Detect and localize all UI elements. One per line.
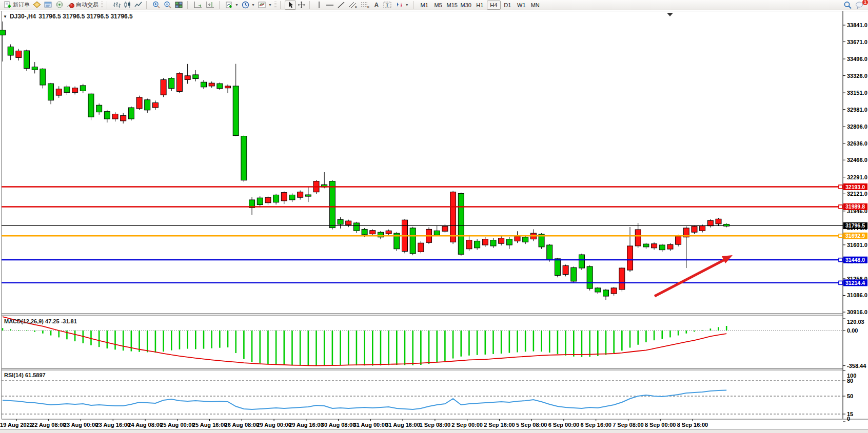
- macd-tick-label: 120.03: [847, 319, 864, 325]
- charts-button[interactable]: [31, 1, 43, 10]
- cursor-tool-button[interactable]: [285, 1, 296, 10]
- line-chart-button[interactable]: [133, 1, 144, 10]
- candle: [442, 226, 448, 232]
- text-tool-button[interactable]: A: [371, 1, 382, 10]
- cursor-icon: [287, 1, 294, 9]
- candle: [458, 194, 464, 255]
- time-label: 24 Aug 08:00: [128, 422, 162, 428]
- candle: [104, 112, 110, 119]
- collapse-triangle-icon[interactable]: ▼: [3, 14, 7, 19]
- time-label: 31 Aug 00:00: [353, 422, 388, 428]
- candle: [121, 115, 126, 121]
- text-label-icon: T: [383, 1, 392, 9]
- trend-arrow-line: [655, 260, 724, 296]
- periods-button[interactable]: ▼: [240, 1, 257, 10]
- templates-button[interactable]: ▼: [257, 1, 273, 10]
- main-toolbar: 新订单 自动交易 ▼ ▼ ▼ E F A T ▼ M1M5M15M30H1H4D…: [0, 0, 868, 10]
- candle: [643, 244, 649, 247]
- candle: [201, 82, 207, 87]
- signals-button[interactable]: [54, 1, 65, 10]
- chart-shift-icon: [206, 1, 215, 9]
- level-marker: [839, 258, 842, 262]
- crosshair-tool-button[interactable]: [296, 1, 307, 10]
- chart-plot[interactable]: 33841.033671.033496.033326.033151.032981…: [0, 11, 868, 433]
- chevron-down-icon: ▼: [251, 3, 255, 7]
- time-label: 26 Aug 08:00: [225, 422, 259, 428]
- periods-clock-icon: [242, 1, 249, 9]
- arrows-tool-button[interactable]: ▼: [393, 1, 410, 10]
- auto-trading-button[interactable]: 自动交易: [65, 1, 100, 10]
- zoom-out-button[interactable]: [162, 1, 173, 10]
- price-tick-label: 33496.0: [847, 56, 867, 62]
- time-label: 31 Aug 16:00: [385, 422, 420, 428]
- candle: [595, 288, 601, 292]
- comments-button[interactable]: 1: [854, 1, 866, 10]
- time-label: 1 Sep 08:00: [420, 422, 451, 428]
- price-tag-label: 31214.4: [845, 280, 865, 286]
- candle: [627, 246, 633, 270]
- timeframe-button-m5[interactable]: M5: [431, 1, 445, 10]
- candle: [112, 114, 118, 119]
- timeframe-button-m30[interactable]: M30: [459, 1, 473, 10]
- equidistant-channel-tool-button[interactable]: E: [347, 1, 359, 10]
- timeframe-button-mn[interactable]: MN: [528, 1, 542, 10]
- timeframe-button-m15[interactable]: M15: [445, 1, 459, 10]
- timeframe-button-w1[interactable]: W1: [515, 1, 528, 10]
- auto-scroll-button[interactable]: [192, 1, 204, 10]
- candlestick-chart-icon: [124, 1, 131, 9]
- candle: [346, 221, 351, 225]
- toolbar-grip: [274, 2, 277, 9]
- timeframe-button-h4[interactable]: H4: [487, 1, 501, 10]
- candle: [128, 108, 134, 119]
- svg-text:F: F: [367, 6, 369, 9]
- market-watch-button[interactable]: [43, 1, 54, 10]
- candle: [482, 239, 488, 245]
- candle: [466, 240, 472, 249]
- time-label: 25 Aug 16:00: [192, 422, 227, 428]
- chart-shift-button[interactable]: [204, 1, 216, 10]
- fibonacci-tool-button[interactable]: F: [359, 1, 371, 10]
- new-chart-button[interactable]: ▼: [224, 1, 240, 10]
- new-order-label: 新订单: [13, 1, 30, 9]
- price-tick-label: 32121.0: [847, 191, 867, 197]
- toolbar-grip: [101, 2, 103, 9]
- time-label: 8 Sep 16:00: [677, 422, 708, 428]
- candle: [579, 255, 584, 268]
- candle: [298, 192, 303, 198]
- chart-window[interactable]: 33841.033671.033496.033326.033151.032981…: [0, 11, 868, 433]
- timeframe-button-m1[interactable]: M1: [418, 1, 431, 10]
- candle: [80, 86, 86, 91]
- timeframe-button-h1[interactable]: H1: [473, 1, 487, 10]
- timeframe-button-d1[interactable]: D1: [501, 1, 515, 10]
- time-label: 6 Sep 00:00: [548, 422, 580, 428]
- trendline-tool-button[interactable]: [336, 1, 347, 10]
- new-order-button[interactable]: 新订单: [2, 1, 31, 10]
- bar-chart-button[interactable]: [111, 1, 122, 10]
- price-tick-label: 33151.0: [847, 90, 867, 96]
- market-watch-icon: [44, 1, 52, 9]
- candle: [16, 51, 22, 57]
- candle: [635, 230, 641, 246]
- time-label: 22 Aug 08:00: [31, 422, 66, 428]
- price-tag-label: 31796.5: [845, 222, 865, 229]
- candle: [434, 231, 440, 235]
- chevron-down-icon: ▼: [235, 3, 239, 7]
- vertical-line-tool-button[interactable]: [314, 1, 324, 10]
- candlestick-chart-button[interactable]: [122, 1, 133, 10]
- signals-icon: [55, 1, 64, 9]
- candle: [659, 245, 665, 250]
- candle: [273, 195, 279, 202]
- text-label-tool-button[interactable]: T: [382, 1, 393, 10]
- candle: [700, 226, 705, 231]
- zoom-in-button[interactable]: [151, 1, 162, 10]
- notification-badge: 1: [862, 0, 868, 5]
- price-tick-label: 32466.0: [847, 157, 867, 163]
- price-tick-label: 33326.0: [847, 73, 867, 79]
- equidistant-channel-icon: E: [348, 1, 358, 9]
- candle: [490, 240, 496, 245]
- search-button[interactable]: [842, 1, 854, 10]
- horizontal-line-tool-button[interactable]: [324, 1, 336, 10]
- tile-windows-button[interactable]: [173, 1, 185, 10]
- candle: [410, 228, 416, 254]
- price-tick-label: 32806.0: [847, 123, 867, 130]
